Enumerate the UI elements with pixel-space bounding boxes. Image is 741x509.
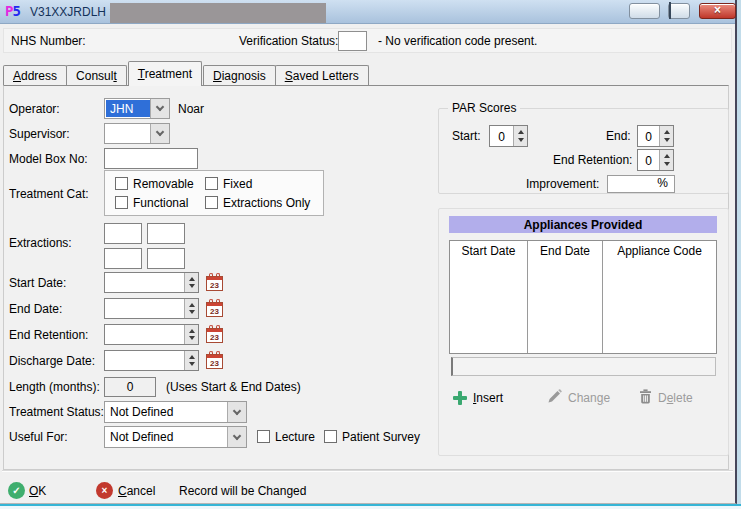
delete-button[interactable]: Delete: [639, 389, 693, 407]
length-months-label: Length (months):: [9, 380, 100, 394]
end-retention-date-label: End Retention:: [9, 328, 88, 342]
spin-down-icon: [189, 284, 195, 288]
treatment-status-value: Not Defined: [106, 403, 227, 421]
verification-status-label: Verification Status:: [239, 34, 338, 48]
verification-note: - No verification code present.: [378, 34, 537, 48]
start-date-spinner[interactable]: [184, 273, 198, 292]
spin-up-icon: [189, 303, 195, 307]
par-end-retention-input[interactable]: 0: [637, 149, 674, 171]
discharge-date-calendar-icon[interactable]: 23: [206, 351, 223, 369]
patient-survey-checkbox[interactable]: [324, 430, 337, 443]
tab-diagnosis[interactable]: Diagnosis: [203, 65, 276, 86]
trash-icon: [639, 389, 652, 407]
removable-label: Removable: [133, 177, 194, 191]
extractions-only-checkbox[interactable]: [205, 196, 218, 209]
lecture-checkbox[interactable]: [257, 430, 270, 443]
tab-bar: Address Consult Treatment Diagnosis Save…: [3, 63, 368, 86]
operator-dropdown-button[interactable]: [150, 99, 169, 118]
par-end-retention-label: End Retention:: [553, 153, 632, 167]
treatment-cat-group: Removable Fixed Functional Extractions O…: [104, 170, 324, 216]
discharge-date-input[interactable]: [104, 350, 199, 371]
spin-down-icon: [518, 138, 524, 142]
par-end-retention-spinner[interactable]: [659, 150, 673, 170]
ok-button[interactable]: OK: [29, 484, 46, 498]
spin-up-icon: [518, 130, 524, 134]
spin-down-icon: [189, 362, 195, 366]
removable-checkbox[interactable]: [115, 177, 128, 190]
restore-icon: [669, 2, 671, 19]
treatment-cat-label: Treatment Cat:: [9, 187, 89, 201]
treatment-status-dropdown-button[interactable]: [227, 402, 246, 422]
length-months-note: (Uses Start & End Dates): [166, 380, 301, 394]
insert-button[interactable]: Insert: [453, 389, 503, 407]
start-date-label: Start Date:: [9, 276, 66, 290]
spin-up-icon: [189, 277, 195, 281]
end-retention-date-spinner[interactable]: [184, 325, 198, 344]
appliances-title: Appliances Provided: [449, 216, 717, 233]
useful-for-value: Not Defined: [106, 428, 227, 446]
treatment-status-combo[interactable]: Not Defined: [104, 401, 247, 423]
column-header-start-date: Start Date: [450, 241, 527, 353]
chevron-down-icon: [233, 431, 241, 439]
extraction-input-4[interactable]: [147, 248, 185, 269]
end-retention-calendar-icon[interactable]: 23: [206, 325, 223, 343]
chevron-down-icon: [233, 406, 241, 414]
column-header-end-date: End Date: [527, 241, 602, 353]
par-scores-title: PAR Scores: [448, 101, 520, 115]
extraction-input-1[interactable]: [104, 223, 142, 244]
ok-icon: ✓: [8, 482, 25, 499]
restore-button[interactable]: [668, 3, 690, 19]
close-button[interactable]: ×: [699, 3, 736, 19]
par-improvement-input[interactable]: %: [607, 175, 675, 193]
par-end-spinner[interactable]: [659, 126, 673, 146]
app-logo-icon: P5: [5, 3, 20, 19]
tab-saved-letters[interactable]: Saved Letters: [275, 65, 369, 86]
fixed-checkbox[interactable]: [205, 177, 218, 190]
extraction-input-3[interactable]: [104, 248, 142, 269]
par-start-input[interactable]: 0: [489, 125, 528, 147]
par-start-label: Start:: [452, 129, 481, 143]
extraction-input-2[interactable]: [147, 223, 185, 244]
supervisor-label: Supervisor:: [9, 127, 70, 141]
model-box-input[interactable]: [104, 148, 198, 169]
start-date-input[interactable]: [104, 272, 199, 293]
end-date-label: End Date:: [9, 302, 62, 316]
tab-address[interactable]: Address: [3, 65, 67, 86]
change-button[interactable]: Change: [547, 389, 610, 407]
end-date-spinner[interactable]: [184, 299, 198, 318]
end-date-calendar-icon[interactable]: 23: [206, 299, 223, 317]
start-date-calendar-icon[interactable]: 23: [206, 273, 223, 291]
operator-name-text: Noar: [178, 102, 204, 116]
cancel-button[interactable]: Cancel: [118, 484, 155, 498]
length-months-value: [104, 377, 156, 397]
operator-label: Operator:: [9, 102, 60, 116]
functional-checkbox[interactable]: [115, 196, 128, 209]
supervisor-combo[interactable]: [104, 123, 170, 144]
discharge-date-spinner[interactable]: [184, 351, 198, 370]
dialog-window: P5 V31XXJRDLH : Ke × NHS Number: Verific…: [0, 0, 737, 504]
operator-value: JHN: [106, 100, 150, 117]
end-date-input[interactable]: [104, 298, 199, 319]
titlebar[interactable]: P5 V31XXJRDLH : Ke ×: [0, 0, 735, 24]
column-header-appliance-code: Appliance Code: [602, 241, 716, 353]
par-end-input[interactable]: 0: [637, 125, 674, 147]
spin-down-icon: [189, 310, 195, 314]
tab-consult[interactable]: Consult: [66, 65, 127, 86]
useful-for-dropdown-button[interactable]: [227, 427, 246, 447]
treatment-tab-page: Operator: JHN Noar Supervisor: Model Box…: [3, 85, 729, 470]
appliances-scroll-strip[interactable]: [451, 357, 716, 376]
spin-up-icon: [189, 355, 195, 359]
fixed-label: Fixed: [223, 177, 252, 191]
useful-for-label: Useful For:: [9, 430, 68, 444]
par-start-spinner[interactable]: [513, 126, 527, 146]
operator-combo[interactable]: JHN: [104, 98, 170, 119]
extractions-only-label: Extractions Only: [223, 196, 310, 210]
minimize-button[interactable]: [629, 3, 660, 19]
supervisor-dropdown-button[interactable]: [150, 124, 169, 143]
appliances-list[interactable]: Start Date End Date Appliance Code: [449, 240, 717, 354]
useful-for-combo[interactable]: Not Defined: [104, 426, 247, 448]
end-retention-date-input[interactable]: [104, 324, 199, 345]
tab-treatment[interactable]: Treatment: [128, 61, 202, 86]
verification-status-value: [338, 31, 367, 51]
spin-up-icon: [664, 154, 670, 158]
